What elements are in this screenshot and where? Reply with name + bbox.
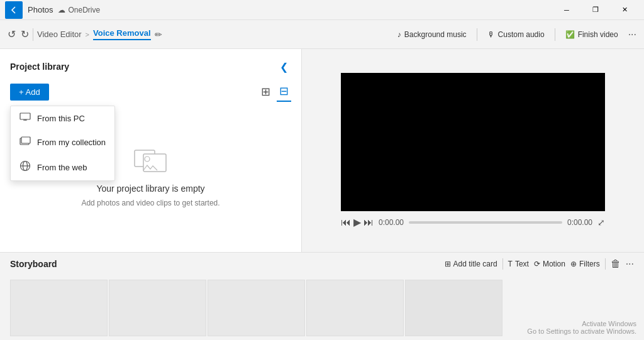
skip-button[interactable]: ⏭ <box>364 217 374 228</box>
project-library-title: Project library <box>10 62 69 72</box>
window-controls: ─ ❐ ✕ <box>552 0 639 20</box>
clip-item[interactable] <box>208 280 305 336</box>
empty-title: Your project library is empty <box>96 184 204 194</box>
empty-subtitle: Add photos and video clips to get starte… <box>81 199 219 207</box>
undo-redo-group: ↺ ↻ <box>8 28 29 40</box>
finish-icon: ✅ <box>565 30 575 39</box>
finish-video-button[interactable]: ✅ Finish video <box>565 30 618 39</box>
onedrive-label: OneDrive <box>68 6 100 14</box>
svg-rect-4 <box>21 137 30 143</box>
toolbar-sep-3 <box>555 28 555 41</box>
audio-icon: 🎙 <box>487 30 495 39</box>
more-options-button[interactable]: ··· <box>626 258 634 270</box>
edit-icon[interactable]: ✏ <box>155 30 162 40</box>
pc-icon <box>19 112 31 124</box>
clip-item[interactable] <box>109 280 206 336</box>
close-button[interactable]: ✕ <box>610 0 639 20</box>
clip-item[interactable] <box>405 280 502 336</box>
play-button[interactable]: ▶ <box>353 216 361 228</box>
custom-audio-label: Custom audio <box>498 30 545 39</box>
add-title-card-label: Add title card <box>453 260 497 268</box>
toolbar-sep-2 <box>477 28 477 41</box>
breadcrumb-current: Voice Removal <box>93 28 151 40</box>
collapse-button[interactable]: ❮ <box>276 59 291 74</box>
onedrive-indicator: ☁ OneDrive <box>58 6 100 14</box>
total-time: 0:00.00 <box>567 218 592 227</box>
app-title: Photos <box>28 5 53 14</box>
play-controls: ⏮ ▶ ⏭ <box>341 216 374 228</box>
motion-icon: ⟳ <box>534 260 540 268</box>
rewind-button[interactable]: ⏮ <box>341 217 351 228</box>
text-label: Text <box>515 260 529 268</box>
current-time: 0:00.00 <box>379 218 404 227</box>
empty-icon <box>132 144 170 178</box>
more-options-button[interactable]: ··· <box>628 29 636 40</box>
cloud-icon: ☁ <box>58 6 65 14</box>
title-card-icon: ⊞ <box>445 260 451 268</box>
video-preview <box>341 73 605 211</box>
background-music-label: Background music <box>404 30 467 39</box>
music-icon: ♪ <box>397 30 401 39</box>
sb-sep-1 <box>502 258 503 270</box>
toolbar: ↺ ↻ Video Editor > Voice Removal ✏ ♪ Bac… <box>0 20 644 49</box>
web-icon <box>19 160 31 174</box>
breadcrumb: ↺ ↻ Video Editor > Voice Removal ✏ <box>8 28 162 41</box>
from-collection-option[interactable]: From my collection <box>11 130 114 154</box>
filters-icon: ⊕ <box>570 260 577 268</box>
svg-rect-0 <box>20 113 30 119</box>
left-panel: Project library ❮ + Add ⊞ ⊟ <box>0 49 302 252</box>
from-web-label: From the web <box>37 163 87 172</box>
playback-controls: ⏮ ▶ ⏭ 0:00.00 0:00.00 ⤢ <box>341 216 605 228</box>
finish-video-label: Finish video <box>578 30 618 39</box>
progress-bar[interactable] <box>409 221 562 224</box>
main-area: Project library ❮ + Add ⊞ ⊟ <box>0 49 644 252</box>
motion-button[interactable]: ⟳ Motion <box>534 260 565 268</box>
sb-sep-2 <box>605 258 606 270</box>
title-bar: Photos ☁ OneDrive ─ ❐ ✕ <box>0 0 644 20</box>
toolbar-actions: ♪ Background music 🎙 Custom audio ✅ Fini… <box>397 28 636 41</box>
undo-button[interactable]: ↺ <box>8 28 16 40</box>
activate-line1: Activate Windows <box>527 320 636 327</box>
from-pc-option[interactable]: From this PC <box>11 106 114 130</box>
text-icon: T <box>508 260 513 268</box>
expand-button[interactable]: ⤢ <box>597 217 605 228</box>
filters-label: Filters <box>579 260 600 268</box>
from-collection-label: From my collection <box>37 138 106 147</box>
breadcrumb-parent[interactable]: Video Editor <box>37 30 82 39</box>
activate-watermark: Activate Windows Go to Settings to activ… <box>527 320 636 335</box>
panel-header: Project library ❮ <box>10 59 291 74</box>
filters-button[interactable]: ⊕ Filters <box>570 260 600 268</box>
title-bar-left: Photos ☁ OneDrive <box>5 1 100 19</box>
clip-item[interactable] <box>10 280 108 336</box>
back-button[interactable] <box>5 1 23 19</box>
storyboard-title: Storyboard <box>10 259 57 269</box>
add-button[interactable]: + Add <box>10 84 49 101</box>
breadcrumb-sep: > <box>86 31 89 38</box>
minimize-button[interactable]: ─ <box>552 0 581 20</box>
clip-item[interactable] <box>306 280 404 336</box>
add-title-card-button[interactable]: ⊞ Add title card <box>445 260 497 268</box>
view-toggle: ⊞ ⊟ <box>258 82 291 102</box>
right-panel: ⏮ ▶ ⏭ 0:00.00 0:00.00 ⤢ <box>302 49 644 252</box>
text-button[interactable]: T Text <box>508 260 529 268</box>
from-web-option[interactable]: From the web <box>11 154 114 180</box>
toolbar-sep-1 <box>33 28 33 41</box>
storyboard: Storyboard ⊞ Add title card T Text ⟳ Mot… <box>0 252 644 340</box>
collection-icon <box>19 136 31 148</box>
add-row: + Add ⊞ ⊟ From this PC <box>10 82 291 102</box>
add-dropdown: From this PC From my collection <box>10 106 115 181</box>
motion-label: Motion <box>543 260 565 268</box>
storyboard-actions: ⊞ Add title card T Text ⟳ Motion ⊕ Filte… <box>445 258 634 270</box>
redo-button[interactable]: ↻ <box>21 28 29 40</box>
grid-view-2-button[interactable]: ⊟ <box>277 82 291 102</box>
restore-button[interactable]: ❐ <box>581 0 610 20</box>
activate-line2: Go to Settings to activate Windows. <box>527 327 636 335</box>
grid-view-1-button[interactable]: ⊞ <box>258 82 273 101</box>
from-pc-label: From this PC <box>37 114 85 123</box>
custom-audio-button[interactable]: 🎙 Custom audio <box>487 30 545 39</box>
delete-button[interactable]: 🗑 <box>611 258 621 270</box>
storyboard-header: Storyboard ⊞ Add title card T Text ⟳ Mot… <box>0 253 644 275</box>
background-music-button[interactable]: ♪ Background music <box>397 30 467 39</box>
